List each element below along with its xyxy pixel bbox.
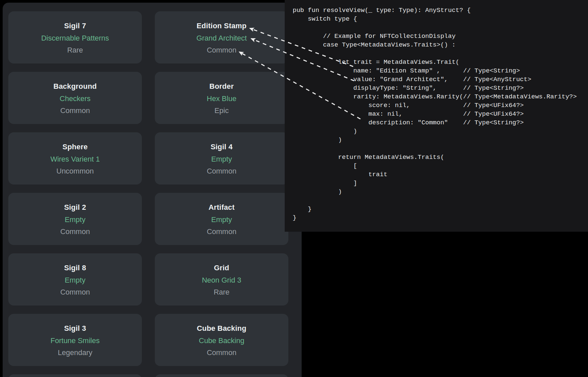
trait-value: Empty	[211, 215, 232, 225]
trait-name: Artifact	[209, 202, 235, 212]
trait-name: Border	[209, 81, 234, 91]
trait-rarity: Common	[207, 348, 236, 358]
trait-rarity: Rare	[67, 45, 83, 55]
trait-value: Hex Blue	[207, 94, 236, 104]
trait-card-sigil-8: Sigil 8 Empty Common	[8, 253, 142, 306]
trait-card-border: Border Hex Blue Epic	[155, 72, 288, 124]
trait-value: Neon Grid 3	[202, 275, 242, 285]
trait-rarity: Common	[60, 227, 90, 237]
trait-rarity: Legendary	[58, 348, 92, 358]
trait-card-partial	[155, 374, 288, 377]
trait-value: Wires Varient 1	[50, 154, 100, 164]
trait-value: Cube Backing	[199, 336, 245, 346]
trait-card-background: Background Checkers Common	[8, 72, 142, 124]
code-panel: pub fun resolveView(_ type: Type): AnySt…	[285, 0, 588, 232]
trait-card-partial	[8, 374, 142, 377]
trait-name: Sigil 7	[64, 21, 86, 31]
trait-name: Sphere	[62, 142, 88, 152]
trait-value: Checkers	[60, 94, 91, 104]
trait-rarity: Epic	[215, 106, 229, 116]
traits-panel: Sigil 7 Discernable Patterns Rare Editio…	[3, 3, 302, 377]
trait-card-sigil-7: Sigil 7 Discernable Patterns Rare	[8, 11, 142, 63]
trait-name: Sigil 4	[211, 142, 233, 152]
trait-rarity: Uncommon	[56, 166, 94, 176]
trait-card-grid: Grid Neon Grid 3 Rare	[155, 253, 288, 306]
trait-name: Sigil 3	[64, 323, 86, 333]
trait-card-sphere: Sphere Wires Varient 1 Uncommon	[8, 132, 142, 185]
trait-name: Grid	[214, 263, 229, 273]
code-snippet: pub fun resolveView(_ type: Type): AnySt…	[285, 0, 588, 222]
trait-value: Empty	[65, 215, 85, 225]
trait-rarity: Common	[60, 287, 90, 297]
trait-rarity: Common	[60, 106, 90, 116]
trait-rarity: Common	[207, 166, 236, 176]
trait-card-cube-backing: Cube Backing Cube Backing Common	[155, 314, 288, 366]
trait-card-sigil-4: Sigil 4 Empty Common	[155, 132, 288, 185]
trait-rarity: Common	[207, 227, 236, 237]
trait-value: Empty	[65, 275, 85, 285]
trait-rarity: Common	[207, 45, 236, 55]
trait-name: Sigil 2	[64, 202, 86, 212]
trait-value: Empty	[211, 154, 232, 164]
trait-value: Grand Architect	[196, 33, 247, 43]
traits-grid: Sigil 7 Discernable Patterns Rare Editio…	[8, 11, 288, 377]
trait-value: Fortune Smiles	[50, 336, 100, 346]
trait-rarity: Rare	[214, 287, 230, 297]
trait-name: Background	[53, 81, 97, 91]
trait-name: Cube Backing	[197, 323, 246, 333]
trait-card-edition-stamp: Edition Stamp Grand Architect Common	[155, 11, 288, 63]
trait-card-sigil-2: Sigil 2 Empty Common	[8, 193, 142, 245]
trait-card-sigil-3: Sigil 3 Fortune Smiles Legendary	[8, 314, 142, 366]
trait-card-artifact: Artifact Empty Common	[155, 193, 288, 245]
trait-value: Discernable Patterns	[41, 33, 109, 43]
trait-name: Edition Stamp	[197, 21, 247, 31]
trait-name: Sigil 8	[64, 263, 86, 273]
